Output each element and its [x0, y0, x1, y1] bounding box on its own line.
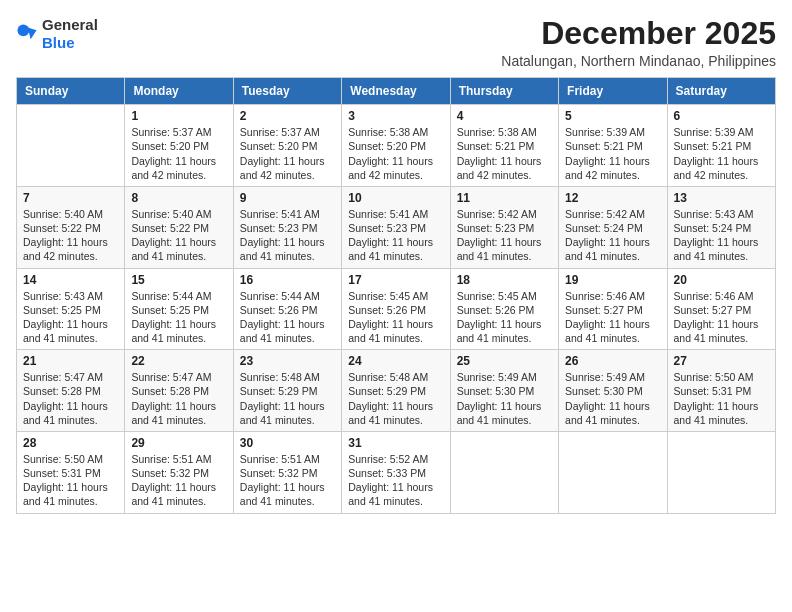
day-number: 12: [565, 191, 660, 205]
svg-point-0: [17, 24, 29, 36]
calendar-week-3: 14Sunrise: 5:43 AM Sunset: 5:25 PM Dayli…: [17, 268, 776, 350]
day-number: 26: [565, 354, 660, 368]
weekday-header-saturday: Saturday: [667, 78, 775, 105]
calendar-cell: 24Sunrise: 5:48 AM Sunset: 5:29 PM Dayli…: [342, 350, 450, 432]
calendar-cell: 10Sunrise: 5:41 AM Sunset: 5:23 PM Dayli…: [342, 186, 450, 268]
day-info: Sunrise: 5:50 AM Sunset: 5:31 PM Dayligh…: [23, 452, 118, 509]
calendar-cell: 2Sunrise: 5:37 AM Sunset: 5:20 PM Daylig…: [233, 105, 341, 187]
day-info: Sunrise: 5:47 AM Sunset: 5:28 PM Dayligh…: [23, 370, 118, 427]
day-info: Sunrise: 5:44 AM Sunset: 5:25 PM Dayligh…: [131, 289, 226, 346]
calendar-cell: 28Sunrise: 5:50 AM Sunset: 5:31 PM Dayli…: [17, 431, 125, 513]
page-header: General Blue December 2025 Natalungan, N…: [16, 16, 776, 69]
month-title: December 2025: [501, 16, 776, 51]
calendar-cell: 25Sunrise: 5:49 AM Sunset: 5:30 PM Dayli…: [450, 350, 558, 432]
weekday-header-row: SundayMondayTuesdayWednesdayThursdayFrid…: [17, 78, 776, 105]
weekday-header-monday: Monday: [125, 78, 233, 105]
title-block: December 2025 Natalungan, Northern Minda…: [501, 16, 776, 69]
calendar-cell: [559, 431, 667, 513]
day-number: 2: [240, 109, 335, 123]
day-info: Sunrise: 5:39 AM Sunset: 5:21 PM Dayligh…: [565, 125, 660, 182]
calendar-cell: 13Sunrise: 5:43 AM Sunset: 5:24 PM Dayli…: [667, 186, 775, 268]
day-number: 11: [457, 191, 552, 205]
calendar-cell: 31Sunrise: 5:52 AM Sunset: 5:33 PM Dayli…: [342, 431, 450, 513]
day-number: 17: [348, 273, 443, 287]
day-number: 6: [674, 109, 769, 123]
calendar-cell: 26Sunrise: 5:49 AM Sunset: 5:30 PM Dayli…: [559, 350, 667, 432]
calendar-cell: 8Sunrise: 5:40 AM Sunset: 5:22 PM Daylig…: [125, 186, 233, 268]
calendar-cell: 27Sunrise: 5:50 AM Sunset: 5:31 PM Dayli…: [667, 350, 775, 432]
day-info: Sunrise: 5:51 AM Sunset: 5:32 PM Dayligh…: [240, 452, 335, 509]
weekday-header-sunday: Sunday: [17, 78, 125, 105]
day-info: Sunrise: 5:40 AM Sunset: 5:22 PM Dayligh…: [23, 207, 118, 264]
day-number: 1: [131, 109, 226, 123]
calendar-cell: 22Sunrise: 5:47 AM Sunset: 5:28 PM Dayli…: [125, 350, 233, 432]
day-info: Sunrise: 5:52 AM Sunset: 5:33 PM Dayligh…: [348, 452, 443, 509]
logo-general: General: [42, 16, 98, 33]
logo: General Blue: [16, 16, 98, 52]
calendar-cell: 16Sunrise: 5:44 AM Sunset: 5:26 PM Dayli…: [233, 268, 341, 350]
day-number: 14: [23, 273, 118, 287]
day-info: Sunrise: 5:38 AM Sunset: 5:21 PM Dayligh…: [457, 125, 552, 182]
day-number: 24: [348, 354, 443, 368]
location-subtitle: Natalungan, Northern Mindanao, Philippin…: [501, 53, 776, 69]
calendar-cell: 11Sunrise: 5:42 AM Sunset: 5:23 PM Dayli…: [450, 186, 558, 268]
day-number: 13: [674, 191, 769, 205]
day-info: Sunrise: 5:41 AM Sunset: 5:23 PM Dayligh…: [348, 207, 443, 264]
calendar-cell: [450, 431, 558, 513]
day-info: Sunrise: 5:42 AM Sunset: 5:23 PM Dayligh…: [457, 207, 552, 264]
calendar-week-5: 28Sunrise: 5:50 AM Sunset: 5:31 PM Dayli…: [17, 431, 776, 513]
calendar-cell: 4Sunrise: 5:38 AM Sunset: 5:21 PM Daylig…: [450, 105, 558, 187]
calendar-cell: 14Sunrise: 5:43 AM Sunset: 5:25 PM Dayli…: [17, 268, 125, 350]
day-info: Sunrise: 5:41 AM Sunset: 5:23 PM Dayligh…: [240, 207, 335, 264]
day-info: Sunrise: 5:46 AM Sunset: 5:27 PM Dayligh…: [674, 289, 769, 346]
calendar-cell: 7Sunrise: 5:40 AM Sunset: 5:22 PM Daylig…: [17, 186, 125, 268]
calendar-cell: 23Sunrise: 5:48 AM Sunset: 5:29 PM Dayli…: [233, 350, 341, 432]
calendar-cell: 6Sunrise: 5:39 AM Sunset: 5:21 PM Daylig…: [667, 105, 775, 187]
logo-blue: Blue: [42, 34, 75, 51]
calendar-cell: 15Sunrise: 5:44 AM Sunset: 5:25 PM Dayli…: [125, 268, 233, 350]
day-info: Sunrise: 5:45 AM Sunset: 5:26 PM Dayligh…: [457, 289, 552, 346]
day-number: 23: [240, 354, 335, 368]
weekday-header-tuesday: Tuesday: [233, 78, 341, 105]
calendar-week-4: 21Sunrise: 5:47 AM Sunset: 5:28 PM Dayli…: [17, 350, 776, 432]
day-info: Sunrise: 5:49 AM Sunset: 5:30 PM Dayligh…: [457, 370, 552, 427]
weekday-header-thursday: Thursday: [450, 78, 558, 105]
day-number: 31: [348, 436, 443, 450]
day-number: 29: [131, 436, 226, 450]
weekday-header-friday: Friday: [559, 78, 667, 105]
day-info: Sunrise: 5:39 AM Sunset: 5:21 PM Dayligh…: [674, 125, 769, 182]
calendar-cell: 17Sunrise: 5:45 AM Sunset: 5:26 PM Dayli…: [342, 268, 450, 350]
logo-icon: [16, 23, 38, 45]
calendar-cell: 12Sunrise: 5:42 AM Sunset: 5:24 PM Dayli…: [559, 186, 667, 268]
day-info: Sunrise: 5:43 AM Sunset: 5:25 PM Dayligh…: [23, 289, 118, 346]
day-number: 30: [240, 436, 335, 450]
calendar-cell: 5Sunrise: 5:39 AM Sunset: 5:21 PM Daylig…: [559, 105, 667, 187]
calendar-week-2: 7Sunrise: 5:40 AM Sunset: 5:22 PM Daylig…: [17, 186, 776, 268]
day-info: Sunrise: 5:42 AM Sunset: 5:24 PM Dayligh…: [565, 207, 660, 264]
day-info: Sunrise: 5:44 AM Sunset: 5:26 PM Dayligh…: [240, 289, 335, 346]
day-info: Sunrise: 5:49 AM Sunset: 5:30 PM Dayligh…: [565, 370, 660, 427]
day-number: 3: [348, 109, 443, 123]
day-number: 9: [240, 191, 335, 205]
day-number: 5: [565, 109, 660, 123]
svg-marker-1: [28, 27, 37, 39]
day-info: Sunrise: 5:47 AM Sunset: 5:28 PM Dayligh…: [131, 370, 226, 427]
day-number: 7: [23, 191, 118, 205]
day-info: Sunrise: 5:51 AM Sunset: 5:32 PM Dayligh…: [131, 452, 226, 509]
day-number: 10: [348, 191, 443, 205]
day-info: Sunrise: 5:38 AM Sunset: 5:20 PM Dayligh…: [348, 125, 443, 182]
day-info: Sunrise: 5:48 AM Sunset: 5:29 PM Dayligh…: [240, 370, 335, 427]
day-number: 19: [565, 273, 660, 287]
calendar-cell: 3Sunrise: 5:38 AM Sunset: 5:20 PM Daylig…: [342, 105, 450, 187]
calendar-week-1: 1Sunrise: 5:37 AM Sunset: 5:20 PM Daylig…: [17, 105, 776, 187]
day-info: Sunrise: 5:40 AM Sunset: 5:22 PM Dayligh…: [131, 207, 226, 264]
day-info: Sunrise: 5:45 AM Sunset: 5:26 PM Dayligh…: [348, 289, 443, 346]
day-info: Sunrise: 5:43 AM Sunset: 5:24 PM Dayligh…: [674, 207, 769, 264]
calendar-cell: [17, 105, 125, 187]
weekday-header-wednesday: Wednesday: [342, 78, 450, 105]
day-number: 28: [23, 436, 118, 450]
calendar-cell: 1Sunrise: 5:37 AM Sunset: 5:20 PM Daylig…: [125, 105, 233, 187]
calendar-cell: 30Sunrise: 5:51 AM Sunset: 5:32 PM Dayli…: [233, 431, 341, 513]
day-number: 15: [131, 273, 226, 287]
day-info: Sunrise: 5:50 AM Sunset: 5:31 PM Dayligh…: [674, 370, 769, 427]
